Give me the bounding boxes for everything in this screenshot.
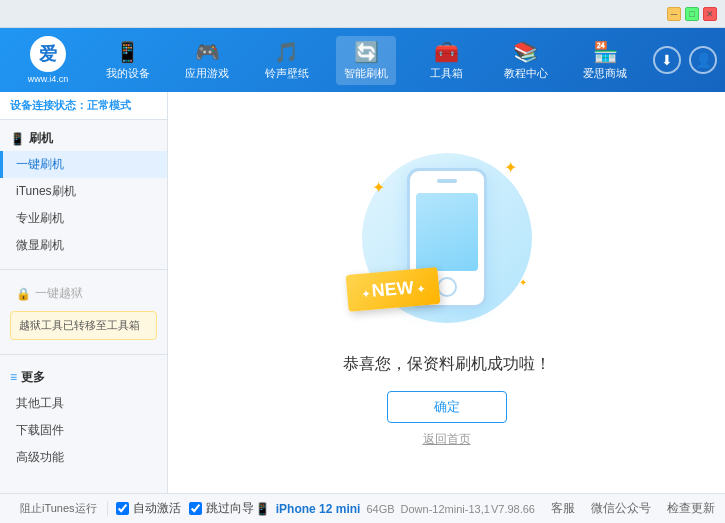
nav-apps-games[interactable]: 🎮 应用游戏 bbox=[177, 36, 237, 85]
window-controls[interactable]: ─ □ ✕ bbox=[667, 7, 717, 21]
logo[interactable]: 爱 www.i4.cn bbox=[8, 36, 88, 84]
user-button[interactable]: 👤 bbox=[689, 46, 717, 74]
device-phone-icon: 📱 bbox=[255, 502, 270, 516]
nav-right-buttons: ⬇ 👤 bbox=[653, 46, 717, 74]
wechat-link[interactable]: 微信公众号 bbox=[591, 500, 651, 517]
main-area: 设备连接状态：正常模式 📱 刷机 一键刷机 iTunes刷机 专业刷机 微显刷机 bbox=[0, 92, 725, 493]
device-info: 📱 iPhone 12 mini 64GB Down-12mini-13,1 bbox=[255, 502, 490, 516]
nav-smart-flash[interactable]: 🔄 智能刷机 bbox=[336, 36, 396, 85]
my-device-icon: 📱 bbox=[115, 40, 140, 64]
auto-launch-input[interactable] bbox=[116, 502, 129, 515]
sidebar-item-one-click-flash[interactable]: 一键刷机 bbox=[0, 151, 167, 178]
success-illustration: NEW ✦ ✦ ✦ bbox=[357, 138, 537, 338]
stop-itunes-label: 阻止iTunes运行 bbox=[20, 501, 97, 516]
sidebar-item-download-firmware[interactable]: 下载固件 bbox=[0, 417, 167, 444]
top-nav: 爱 www.i4.cn 📱 我的设备 🎮 应用游戏 🎵 铃声壁纸 🔄 智能刷机 … bbox=[0, 28, 725, 92]
sparkle-2: ✦ bbox=[372, 178, 385, 197]
device-status: 设备连接状态：正常模式 bbox=[0, 92, 167, 120]
jailbreak-label: 一键越狱 bbox=[35, 285, 83, 302]
flash-section: 📱 刷机 一键刷机 iTunes刷机 专业刷机 微显刷机 bbox=[0, 120, 167, 265]
download-button[interactable]: ⬇ bbox=[653, 46, 681, 74]
logo-icon: 爱 bbox=[30, 36, 66, 72]
flash-section-label: 刷机 bbox=[29, 130, 53, 147]
auto-launch-label: 自动激活 bbox=[133, 500, 181, 517]
ringtones-icon: 🎵 bbox=[274, 40, 299, 64]
smart-flash-icon: 🔄 bbox=[354, 40, 379, 64]
sidebar-item-itunes-flash[interactable]: iTunes刷机 bbox=[0, 178, 167, 205]
ringtones-label: 铃声壁纸 bbox=[265, 66, 309, 81]
close-button[interactable]: ✕ bbox=[703, 7, 717, 21]
divider-2 bbox=[0, 354, 167, 355]
flash-section-icon: 📱 bbox=[10, 132, 25, 146]
fans-city-label: 爱思商城 bbox=[583, 66, 627, 81]
device-storage: 64GB bbox=[366, 503, 394, 515]
device-name: iPhone 12 mini bbox=[276, 502, 361, 516]
more-section-label: 更多 bbox=[21, 369, 45, 386]
status-label: 设备连接状态： bbox=[10, 99, 87, 111]
success-title: 恭喜您，保资料刷机成功啦！ bbox=[343, 354, 551, 375]
check-update-link[interactable]: 检查更新 bbox=[667, 500, 715, 517]
sidebar-item-advanced[interactable]: 高级功能 bbox=[0, 444, 167, 471]
nav-tutorials[interactable]: 📚 教程中心 bbox=[496, 36, 556, 85]
nav-fans-city[interactable]: 🏪 爱思商城 bbox=[575, 36, 635, 85]
nav-items: 📱 我的设备 🎮 应用游戏 🎵 铃声壁纸 🔄 智能刷机 🧰 工具箱 📚 教程中心… bbox=[88, 36, 645, 85]
divider-1 bbox=[0, 269, 167, 270]
auto-launch-checkbox[interactable]: 自动激活 bbox=[116, 500, 181, 517]
more-section: ≡ 更多 其他工具 下载固件 高级功能 bbox=[0, 359, 167, 477]
tutorials-label: 教程中心 bbox=[504, 66, 548, 81]
sidebar-item-micro-flash[interactable]: 微显刷机 bbox=[0, 232, 167, 259]
new-badge: NEW bbox=[345, 267, 439, 312]
smart-flash-label: 智能刷机 bbox=[344, 66, 388, 81]
skip-wizard-input[interactable] bbox=[189, 502, 202, 515]
skip-wizard-checkbox[interactable]: 跳过向导 bbox=[189, 500, 254, 517]
phone-screen bbox=[416, 193, 478, 271]
toolbox-label: 工具箱 bbox=[430, 66, 463, 81]
content-area: NEW ✦ ✦ ✦ 恭喜您，保资料刷机成功啦！ 确定 返回首页 bbox=[168, 92, 725, 493]
version-text: V7.98.66 bbox=[491, 503, 535, 515]
status-value: 正常模式 bbox=[87, 99, 131, 111]
apps-games-icon: 🎮 bbox=[195, 40, 220, 64]
nav-toolbox[interactable]: 🧰 工具箱 bbox=[416, 36, 476, 85]
bottom-bar: 阻止iTunes运行 自动激活 跳过向导 📱 iPhone 12 mini 64… bbox=[0, 493, 725, 523]
sparkle-1: ✦ bbox=[504, 158, 517, 177]
customer-service-link[interactable]: 客服 bbox=[551, 500, 575, 517]
back-home-link[interactable]: 返回首页 bbox=[423, 431, 471, 448]
title-bar: ─ □ ✕ bbox=[0, 0, 725, 28]
fans-city-icon: 🏪 bbox=[593, 40, 618, 64]
my-device-label: 我的设备 bbox=[106, 66, 150, 81]
logo-url: www.i4.cn bbox=[28, 74, 69, 84]
flash-section-header: 📱 刷机 bbox=[0, 126, 167, 151]
sparkle-3: ✦ bbox=[519, 277, 527, 288]
skip-wizard-label: 跳过向导 bbox=[206, 500, 254, 517]
apps-games-label: 应用游戏 bbox=[185, 66, 229, 81]
more-section-icon: ≡ bbox=[10, 370, 17, 384]
bottom-left: 阻止iTunes运行 自动激活 跳过向导 bbox=[10, 500, 254, 517]
tutorials-icon: 📚 bbox=[513, 40, 538, 64]
sidebar: 设备连接状态：正常模式 📱 刷机 一键刷机 iTunes刷机 专业刷机 微显刷机 bbox=[0, 92, 168, 493]
maximize-button[interactable]: □ bbox=[685, 7, 699, 21]
sidebar-item-jailbreak: 🔒 一键越狱 bbox=[0, 280, 167, 307]
lock-icon: 🔒 bbox=[16, 287, 31, 301]
sidebar-item-other-tools[interactable]: 其他工具 bbox=[0, 390, 167, 417]
minimize-button[interactable]: ─ bbox=[667, 7, 681, 21]
bottom-right: V7.98.66 客服 微信公众号 检查更新 bbox=[491, 500, 715, 517]
jailbreak-section: 🔒 一键越狱 越狱工具已转移至工具箱 bbox=[0, 274, 167, 350]
sidebar-item-pro-flash[interactable]: 专业刷机 bbox=[0, 205, 167, 232]
device-system: Down-12mini-13,1 bbox=[401, 503, 490, 515]
jailbreak-notice: 越狱工具已转移至工具箱 bbox=[10, 311, 157, 340]
confirm-button[interactable]: 确定 bbox=[387, 391, 507, 423]
nav-my-device[interactable]: 📱 我的设备 bbox=[98, 36, 158, 85]
nav-ringtones[interactable]: 🎵 铃声壁纸 bbox=[257, 36, 317, 85]
toolbox-icon: 🧰 bbox=[434, 40, 459, 64]
more-section-header: ≡ 更多 bbox=[0, 365, 167, 390]
stop-itunes[interactable]: 阻止iTunes运行 bbox=[10, 501, 108, 516]
